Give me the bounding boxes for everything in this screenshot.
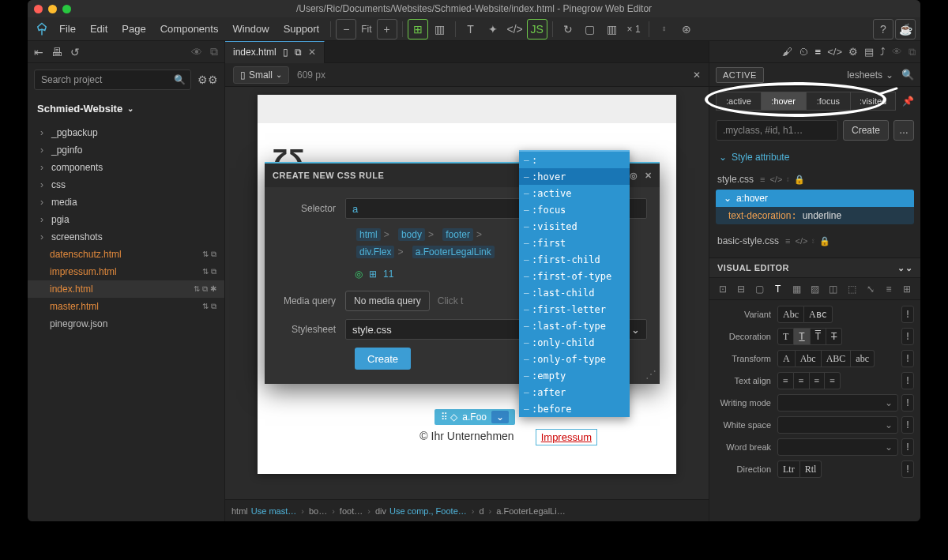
pin-icon[interactable]: 📌: [902, 96, 914, 107]
breadcrumb-item[interactable]: htmlUse mast…: [231, 506, 296, 516]
brush-icon[interactable]: 🖌: [782, 46, 792, 58]
focus-icon[interactable]: ⊛: [676, 19, 697, 39]
rule-property[interactable]: text-decoration: [728, 210, 791, 221]
tree-file[interactable]: index.html⇅ ⧉ ✱: [28, 280, 224, 298]
menu-window[interactable]: Window: [226, 20, 275, 38]
fit-label[interactable]: Fit: [358, 24, 374, 35]
breadcrumb-item[interactable]: foot…: [340, 506, 363, 516]
visual-editor-header[interactable]: VISUAL EDITOR ⌄⌄: [709, 257, 920, 278]
footer-link-impressum[interactable]: Impressum: [536, 429, 597, 445]
eye-icon[interactable]: 👁: [191, 46, 202, 58]
zoom-out-icon[interactable]: −: [336, 19, 356, 39]
selection-label[interactable]: ⠿ ◇a.Foo ⌄: [434, 409, 515, 425]
media-query-button[interactable]: No media query: [345, 291, 430, 311]
stylesheet-style[interactable]: style.css ≡</>⦂🔒: [709, 169, 920, 190]
attributes-icon[interactable]: ⚙: [848, 46, 858, 58]
tree-folder[interactable]: ›components: [28, 159, 224, 176]
pseudo-option[interactable]: –:visited: [519, 218, 630, 235]
code-icon[interactable]: </>: [827, 46, 842, 58]
settings-icon[interactable]: ⚙⚙: [198, 73, 218, 86]
pseudo-hover[interactable]: :hover: [762, 92, 807, 111]
coffee-icon[interactable]: ☕: [895, 19, 916, 39]
help-icon[interactable]: ?: [873, 19, 893, 39]
deco-overline[interactable]: T: [811, 328, 826, 345]
breadcrumb-item[interactable]: bo…: [309, 506, 327, 516]
important-toggle[interactable]: !: [901, 394, 914, 412]
writing-mode-select[interactable]: ⌄: [777, 394, 898, 412]
selector-input[interactable]: .myclass, #id, h1…: [716, 120, 838, 141]
pseudo-option[interactable]: –:hover: [519, 168, 630, 185]
variant-smallcaps[interactable]: Aʙᴄ: [804, 306, 833, 323]
search-icon[interactable]: 🔍: [901, 69, 914, 81]
pseudo-option[interactable]: –:only-child: [519, 334, 630, 351]
tree-folder[interactable]: ›_pginfo: [28, 141, 224, 159]
device-icon[interactable]: ▯: [283, 47, 288, 58]
print-icon[interactable]: 🖶: [51, 46, 62, 58]
tree-file[interactable]: datenschutz.html⇅ ⧉: [28, 246, 224, 263]
ve-flex-icon[interactable]: ⬚: [844, 281, 860, 297]
align-center[interactable]: ≡: [794, 372, 810, 389]
pseudo-option[interactable]: –:after: [519, 384, 630, 400]
ve-shadow-icon[interactable]: ◫: [825, 281, 841, 297]
export-icon[interactable]: ⤴: [880, 46, 886, 58]
js-icon[interactable]: JS: [527, 19, 547, 39]
tab-index[interactable]: index.html ▯ ⧉ ✕: [225, 41, 325, 63]
align-justify[interactable]: ≡: [825, 372, 841, 389]
transform-cap[interactable]: Abc: [796, 350, 822, 367]
copy-icon[interactable]: ⧉: [210, 45, 218, 58]
deco-underline[interactable]: T: [794, 328, 810, 345]
project-name[interactable]: Schmied-Website ⌄: [28, 96, 224, 121]
variant-normal[interactable]: Abc: [777, 306, 804, 323]
target-icon[interactable]: ◎: [630, 171, 638, 181]
breadcrumb-item[interactable]: d: [479, 506, 483, 516]
active-chip[interactable]: ACTIVE: [716, 67, 764, 83]
tree-folder[interactable]: ›pgia: [28, 211, 224, 228]
stylesheet-basic[interactable]: basic-style.css ≡</>⦂🔒: [709, 231, 920, 251]
pseudo-option[interactable]: –:first-letter: [519, 301, 630, 318]
tree-folder[interactable]: ›screenshots: [28, 228, 224, 246]
important-toggle[interactable]: !: [901, 460, 914, 478]
more-button[interactable]: …: [893, 120, 914, 141]
align-right[interactable]: ≡: [810, 372, 826, 389]
breakpoints-icon[interactable]: ▥: [602, 19, 623, 39]
pseudo-option[interactable]: –:active: [519, 185, 630, 201]
rule-value[interactable]: underline: [803, 210, 841, 221]
search-input[interactable]: Search project 🔍: [34, 70, 191, 90]
devices-icon[interactable]: ▢: [580, 19, 600, 39]
ve-layout-icon[interactable]: ⊡: [714, 281, 731, 297]
pseudo-option[interactable]: –:last-of-type: [519, 318, 630, 334]
ve-size-icon[interactable]: ▢: [751, 281, 768, 297]
collapse-panel-icon[interactable]: ⇤: [34, 46, 43, 58]
close-viewport-icon[interactable]: ✕: [693, 70, 701, 81]
tree-folder[interactable]: ›css: [28, 176, 224, 194]
menu-edit[interactable]: Edit: [84, 20, 114, 38]
text-tool-icon[interactable]: T: [461, 19, 481, 39]
important-toggle[interactable]: !: [901, 350, 914, 367]
test-clicks-icon[interactable]: ✦: [483, 19, 503, 39]
whitespace-select[interactable]: ⌄: [777, 416, 898, 434]
stylesheets-dropdown[interactable]: lesheets⌄: [847, 70, 893, 81]
tree-folder[interactable]: ›media: [28, 194, 224, 211]
collapse-icon[interactable]: ⌄⌄: [897, 263, 912, 273]
menu-page[interactable]: Page: [115, 20, 152, 38]
close-icon[interactable]: ✕: [308, 47, 316, 58]
tree-file[interactable]: master.html⇅ ⧉: [28, 298, 224, 315]
important-toggle[interactable]: !: [901, 416, 914, 434]
speed-icon[interactable]: ⏲: [799, 46, 809, 58]
direction-rtl[interactable]: Rtl: [800, 460, 822, 478]
pseudo-option[interactable]: –:before: [519, 400, 630, 417]
pseudo-option[interactable]: –:empty: [519, 367, 630, 384]
pseudo-option[interactable]: –:first: [519, 235, 630, 251]
library-icon[interactable]: ▤: [864, 46, 874, 58]
important-toggle[interactable]: !: [901, 306, 914, 323]
sliders-icon[interactable]: ≡: [815, 46, 822, 58]
close-icon[interactable]: ✕: [645, 171, 653, 181]
pseudo-active[interactable]: :active: [716, 92, 762, 111]
direction-ltr[interactable]: Ltr: [777, 460, 800, 478]
ve-list-icon[interactable]: ≡: [880, 281, 897, 297]
eye-icon[interactable]: 👁: [892, 46, 902, 58]
tree-file[interactable]: impressum.html⇅ ⧉: [28, 263, 224, 280]
css-rule[interactable]: ⌄ a:hover text-decoration: underline: [716, 190, 914, 224]
breadcrumb-item[interactable]: divUse comp., Foote…: [375, 506, 467, 516]
resize-handle-icon[interactable]: ⋰: [645, 368, 656, 381]
